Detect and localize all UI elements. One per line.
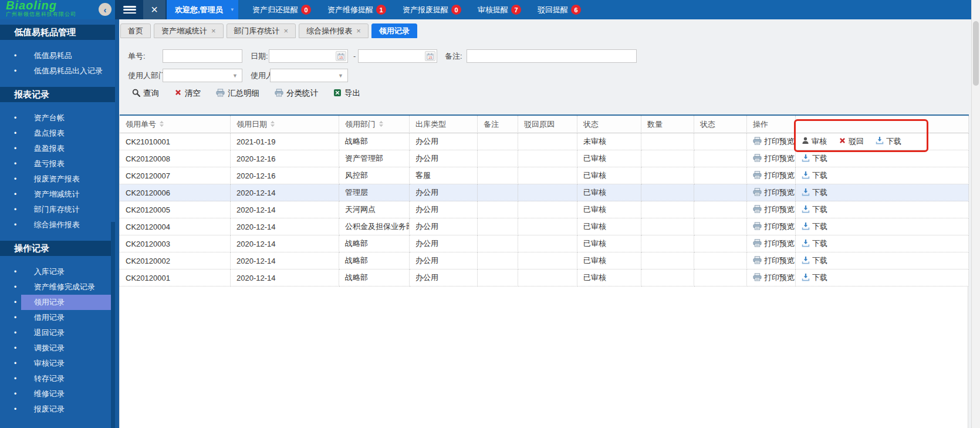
audit-link[interactable]: 审核 <box>802 136 827 147</box>
operations-cell: 打印预览 <box>747 269 796 287</box>
sidebar-item[interactable]: • 盘盈报表 <box>0 141 115 156</box>
tab-close-icon[interactable]: × <box>356 27 361 35</box>
page-scrollbar-thumb[interactable] <box>973 21 979 86</box>
tab[interactable]: 综合操作报表 × <box>299 23 369 38</box>
sidebar-item[interactable]: • 报废记录 <box>0 402 115 417</box>
column-header[interactable]: 领用单号 <box>120 116 231 133</box>
sidebar-item[interactable]: • 低值易耗品出入记录 <box>0 63 115 79</box>
sidebar-item[interactable]: • 资产增减统计 <box>0 187 115 202</box>
print-preview-link[interactable]: 打印预览 <box>753 221 795 232</box>
notification-item[interactable]: 审核提醒 7 <box>478 5 521 15</box>
notification-item[interactable]: 资产归还提醒 0 <box>252 5 311 15</box>
column-header[interactable]: 出库类型 <box>410 116 478 133</box>
sidebar-item[interactable]: • 综合操作报表 <box>0 217 115 232</box>
download-link[interactable]: 下载 <box>802 153 827 164</box>
print-preview-link[interactable]: 打印预览 <box>753 204 795 215</box>
download-link[interactable]: 下载 <box>876 136 901 147</box>
notification-item[interactable]: 驳回提醒 6 <box>538 5 581 15</box>
sidebar-item[interactable]: • 转存记录 <box>0 371 115 386</box>
date-from-input[interactable] <box>269 50 336 62</box>
table-row[interactable]: CK201200062020-12-14管理层办公用 已审核 打印预览 下载 <box>120 184 969 201</box>
column-header[interactable]: 状态 <box>577 116 641 133</box>
sidebar-item[interactable]: • 维修记录 <box>0 386 115 402</box>
column-header[interactable]: 领用日期 <box>231 116 339 133</box>
download-link[interactable]: 下载 <box>802 170 827 181</box>
sidebar-item[interactable]: • 盘亏报表 <box>0 156 115 171</box>
reject-link[interactable]: 驳回 <box>839 136 864 147</box>
table-row[interactable]: CK201200082020-12-16资产管理部办公用 已审核 打印预览 下载 <box>120 150 969 167</box>
print-preview-link[interactable]: 打印预览 <box>753 238 795 249</box>
print-preview-link[interactable]: 打印预览 <box>753 187 795 198</box>
table-row[interactable]: CK201200052020-12-14天河网点办公用 已审核 打印预览 下载 <box>120 201 969 218</box>
remark-input[interactable] <box>467 49 637 63</box>
table-row[interactable]: CK201200042020-12-14公积金及担保业务部办公用 已审核 打印预… <box>120 218 969 235</box>
notification-item[interactable]: 资产报废提醒 0 <box>403 5 461 15</box>
table-row[interactable]: CK201200022020-12-14战略部办公用 已审核 打印预览 下载 <box>120 252 969 269</box>
user-select[interactable]: ▼ <box>270 69 348 82</box>
user-menu[interactable]: 欢迎您,管理员 ▼ <box>167 0 238 19</box>
sidebar-item[interactable]: • 低值易耗品 <box>0 48 115 63</box>
summary-detail-button[interactable]: 汇总明细 <box>216 88 259 99</box>
print-preview-link[interactable]: 打印预览 <box>753 153 795 164</box>
sidebar-item[interactable]: • 入库记录 <box>0 264 115 279</box>
download-link[interactable]: 下载 <box>802 255 827 266</box>
calendar-icon[interactable]: 15 <box>425 51 435 61</box>
table-cell <box>518 235 577 252</box>
sidebar-item-label: 资产维修完成记录 <box>34 282 95 291</box>
sidebar-item[interactable]: • 退回记录 <box>0 325 115 341</box>
notification-item[interactable]: 资产维修提醒 1 <box>327 5 386 15</box>
tab[interactable]: 领用记录 <box>371 23 417 38</box>
sidebar-item[interactable]: • 调拨记录 <box>0 341 115 356</box>
download-link[interactable]: 下载 <box>802 272 827 283</box>
sidebar-item[interactable]: • 审核记录 <box>0 356 115 371</box>
download-link[interactable]: 下载 <box>802 187 827 198</box>
sidebar-item[interactable]: • 报废资产报表 <box>0 171 115 187</box>
column-header[interactable]: 驳回原因 <box>518 116 577 133</box>
column-header[interactable]: 状态 <box>694 116 747 133</box>
calendar-icon[interactable]: 15 <box>336 51 346 61</box>
table-cell: 已审核 <box>577 201 641 218</box>
download-link[interactable]: 下载 <box>802 221 827 232</box>
sidebar-item[interactable]: • 领用记录 <box>0 295 115 310</box>
print-preview-link[interactable]: 打印预览 <box>753 170 795 181</box>
sidebar-item[interactable]: • 部门库存统计 <box>0 202 115 217</box>
sidebar-collapse-button[interactable]: ‹ <box>99 3 111 16</box>
tab[interactable]: 首页 <box>120 23 151 38</box>
category-stats-button[interactable]: 分类统计 <box>275 88 318 99</box>
table-row[interactable]: CK201200072020-12-16风控部客服 已审核 打印预览 下载 <box>120 167 969 184</box>
export-button[interactable]: 导出 <box>333 88 360 99</box>
table-row[interactable]: CK201200032020-12-14战略部办公用 已审核 打印预览 下载 <box>120 235 969 252</box>
user-dept-select[interactable]: ▼ <box>163 69 242 82</box>
sidebar-item[interactable]: • 资产台帐 <box>0 110 115 126</box>
column-header[interactable]: 领用部门 <box>339 116 410 133</box>
date-to-input[interactable] <box>359 50 425 62</box>
query-button[interactable]: 查询 <box>132 88 159 99</box>
clear-button[interactable]: 清空 <box>174 88 201 99</box>
close-icon[interactable]: × <box>143 0 165 19</box>
remark-label: 备注: <box>445 49 462 63</box>
page-scrollbar[interactable] <box>971 0 980 428</box>
tab-close-icon[interactable]: × <box>284 27 289 35</box>
tab[interactable]: 资产增减统计 × <box>154 23 224 38</box>
chevron-down-icon: ▼ <box>232 73 238 79</box>
print-preview-link[interactable]: 打印预览 <box>753 255 795 266</box>
download-link[interactable]: 下载 <box>802 238 827 249</box>
tab-close-icon[interactable]: × <box>211 27 216 35</box>
column-header[interactable]: 备注 <box>478 116 518 133</box>
sidebar-item[interactable]: • 资产维修完成记录 <box>0 279 115 295</box>
table-row[interactable]: CK201200012020-12-14战略部办公用 已审核 打印预览 下载 <box>120 269 969 287</box>
print-preview-link[interactable]: 打印预览 <box>753 272 795 283</box>
column-header[interactable]: 数量 <box>641 116 694 133</box>
tab[interactable]: 部门库存统计 × <box>227 23 296 38</box>
table-cell <box>478 167 518 184</box>
column-header[interactable] <box>796 116 969 133</box>
table-row[interactable]: CK210100012021-01-19战略部办公用 未审核 打印预览 审核 驳… <box>120 133 969 150</box>
sidebar-item[interactable]: • 盘点报表 <box>0 126 115 141</box>
print-preview-link[interactable]: 打印预览 <box>753 136 795 147</box>
menu-icon[interactable] <box>123 6 136 14</box>
download-link[interactable]: 下载 <box>802 204 827 215</box>
sidebar-item[interactable]: • 借用记录 <box>0 310 115 325</box>
column-header[interactable]: 操作 <box>747 116 796 133</box>
order-no-input[interactable] <box>163 49 242 63</box>
sidebar-scrollbar-thumb[interactable] <box>111 222 115 428</box>
